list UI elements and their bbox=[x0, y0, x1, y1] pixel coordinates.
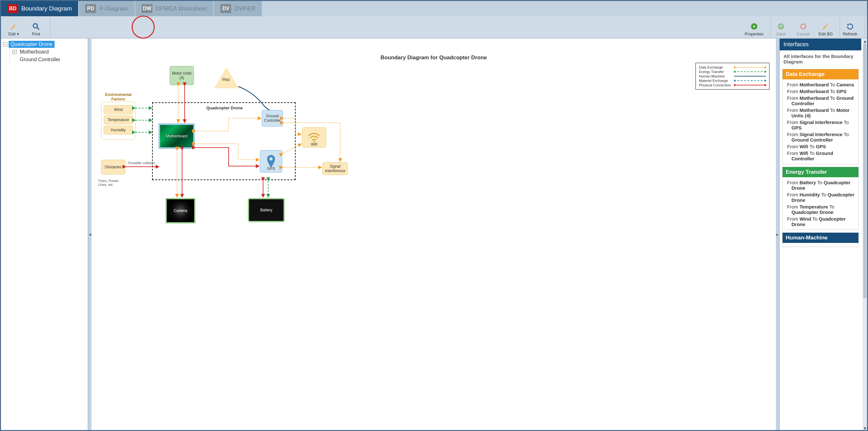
interface-item[interactable]: From Motherboard To Ground Controller bbox=[787, 95, 857, 107]
interface-group: Energy TransferFrom Battery To Quadcopte… bbox=[782, 167, 859, 230]
expand-icon[interactable]: + bbox=[12, 50, 17, 54]
interface-item[interactable]: From Motherboard To GPS bbox=[787, 88, 857, 95]
tab-dv[interactable]: DVDVP&R bbox=[214, 1, 262, 16]
scrollbar[interactable]: ▴ ▾ bbox=[863, 38, 867, 430]
pilot-label: Pilot bbox=[222, 78, 229, 82]
tab-badge: BD bbox=[7, 4, 18, 13]
tab-badge: DW bbox=[142, 4, 152, 13]
edit-bd-label: Edit BD bbox=[818, 32, 833, 36]
x-icon bbox=[799, 22, 808, 31]
main-area: − Quadcopter Drone + Motherboard Ground … bbox=[1, 38, 867, 430]
edit-label: Edit bbox=[8, 32, 15, 36]
node-temperature[interactable]: Temperature bbox=[104, 115, 133, 124]
refresh-icon bbox=[846, 22, 855, 31]
interface-item[interactable]: From Motherboard To Motor Units (4) bbox=[787, 107, 857, 119]
svg-line-1 bbox=[37, 27, 39, 30]
tab-bar: BDBoundary DiagramPDP-DiagramDWDFMEA Wor… bbox=[1, 1, 867, 16]
app-window: BDBoundary DiagramPDP-DiagramDWDFMEA Wor… bbox=[0, 0, 868, 431]
interface-group-header[interactable]: Data Exchange bbox=[782, 69, 859, 80]
interface-group: Data ExchangeFrom Motherboard To CameraF… bbox=[782, 69, 859, 164]
interface-item[interactable]: From Wifi To Ground Controller bbox=[787, 150, 857, 162]
edit-button[interactable]: Edit ▾ bbox=[5, 18, 23, 37]
tab-badge: PD bbox=[85, 4, 96, 13]
interfaces-panel: Interfaces All interfaces for the Bounda… bbox=[779, 38, 867, 430]
tab-badge: DV bbox=[220, 4, 231, 13]
tree-panel: − Quadcopter Drone + Motherboard Ground … bbox=[1, 38, 88, 430]
diagram-canvas[interactable]: Boundary Diagram for Quadcopter Drone Qu… bbox=[92, 38, 776, 430]
node-wind[interactable]: Wind bbox=[104, 105, 133, 114]
wifi-icon bbox=[308, 133, 320, 142]
tree-child-label[interactable]: Ground Controller bbox=[18, 56, 62, 63]
toolbar: Edit ▾ Find Properties Save bbox=[1, 16, 867, 38]
node-ground-controller[interactable]: Ground Controller bbox=[262, 110, 283, 127]
svg-point-0 bbox=[33, 24, 37, 28]
interface-item[interactable]: From Motherboard To Camera bbox=[787, 81, 857, 88]
tree-root-label[interactable]: Quadcopter Drone bbox=[9, 41, 55, 48]
node-signal-interference[interactable]: Signal Interference bbox=[322, 162, 348, 175]
refresh-button[interactable]: Refresh bbox=[841, 18, 859, 37]
edit-bd-button[interactable]: Edit BD bbox=[817, 18, 835, 37]
properties-button[interactable]: Properties bbox=[743, 18, 765, 37]
properties-label: Properties bbox=[745, 32, 764, 36]
tab-label: P-Diagram bbox=[99, 5, 128, 12]
env-title: Environmental Factors bbox=[99, 92, 137, 101]
interface-item[interactable]: From Temperature To Quadcopter Drone bbox=[787, 204, 857, 216]
find-button[interactable]: Find bbox=[27, 18, 45, 37]
note-collision: Possible collision bbox=[128, 161, 155, 165]
node-humidity[interactable]: Humidity bbox=[104, 126, 133, 134]
interface-item[interactable]: From Signal Interference To GPS bbox=[787, 119, 857, 131]
interface-item[interactable]: From Signal Interference To Ground Contr… bbox=[787, 131, 857, 143]
interface-item[interactable]: From Wind To Quadcopter Drone bbox=[787, 216, 857, 227]
check-icon bbox=[776, 22, 785, 31]
env-factors-group: Environmental Factors Wind Temperature H… bbox=[101, 102, 135, 140]
save-label: Save bbox=[776, 32, 786, 36]
interface-group-header[interactable]: Human-Machine bbox=[782, 233, 859, 243]
diagram-title: Boundary Diagram for Quadcopter Drone bbox=[380, 55, 487, 61]
tab-label: DVP&R bbox=[235, 5, 255, 12]
node-camera[interactable]: Camera bbox=[165, 198, 195, 223]
refresh-label: Refresh bbox=[843, 32, 858, 36]
collapse-icon[interactable]: − bbox=[3, 42, 7, 47]
cancel-button[interactable]: Cancel bbox=[794, 18, 812, 37]
interfaces-title: Interfaces bbox=[780, 38, 861, 50]
interface-item[interactable]: From Wifi To GPS bbox=[787, 143, 857, 150]
boundary-label: Quadcopter Drone bbox=[206, 105, 243, 110]
play-icon bbox=[750, 22, 758, 31]
tab-label: Boundary Diagram bbox=[21, 5, 72, 12]
pencil-icon bbox=[821, 22, 830, 31]
find-label: Find bbox=[32, 32, 40, 36]
save-button[interactable]: Save bbox=[772, 18, 790, 37]
tab-bd[interactable]: BDBoundary Diagram bbox=[1, 1, 79, 16]
cancel-label: Cancel bbox=[797, 32, 810, 36]
tab-pd[interactable]: PDP-Diagram bbox=[79, 1, 135, 16]
pin-icon bbox=[266, 155, 276, 168]
interface-group: Human-Machine bbox=[782, 233, 859, 247]
node-obstacles[interactable]: Obstacles bbox=[101, 160, 125, 174]
node-battery[interactable]: Battery bbox=[248, 198, 285, 222]
interface-group-header[interactable]: Energy Transfer bbox=[782, 167, 859, 177]
highlight-circle bbox=[132, 16, 155, 38]
tree-child-row[interactable]: Ground Controller bbox=[18, 56, 86, 63]
splitter-right[interactable]: ▶ bbox=[776, 38, 779, 430]
tree-child-row[interactable]: + Motherboard bbox=[12, 48, 86, 56]
note-trees: Trees, Power Lines, etc. bbox=[98, 179, 120, 186]
node-gps[interactable]: GPS bbox=[260, 150, 282, 173]
svg-point-5 bbox=[313, 140, 315, 142]
node-wifi[interactable]: Wifi bbox=[302, 127, 326, 148]
interface-item[interactable]: From Humidity To Quadcopter Drone bbox=[787, 191, 857, 204]
pencil-icon bbox=[9, 22, 18, 31]
legend: Data Exchange Energy Transfer Human-Mach… bbox=[695, 63, 770, 90]
splitter-left[interactable]: ◀ bbox=[88, 38, 92, 430]
tree-root-row[interactable]: − Quadcopter Drone bbox=[3, 40, 86, 48]
node-motherboard[interactable]: Motherboard bbox=[158, 123, 195, 149]
tree-child-label[interactable]: Motherboard bbox=[18, 49, 51, 56]
magnifier-icon bbox=[32, 22, 40, 31]
interface-item[interactable]: From Battery To Quadcopter Drone bbox=[787, 179, 857, 191]
tab-label: DFMEA Worksheet bbox=[156, 5, 207, 12]
tab-dw[interactable]: DWDFMEA Worksheet bbox=[135, 1, 214, 16]
node-motor-units[interactable]: Motor Units (4) bbox=[169, 66, 194, 85]
interfaces-subtitle: All interfaces for the Boundary Diagram bbox=[780, 50, 861, 68]
